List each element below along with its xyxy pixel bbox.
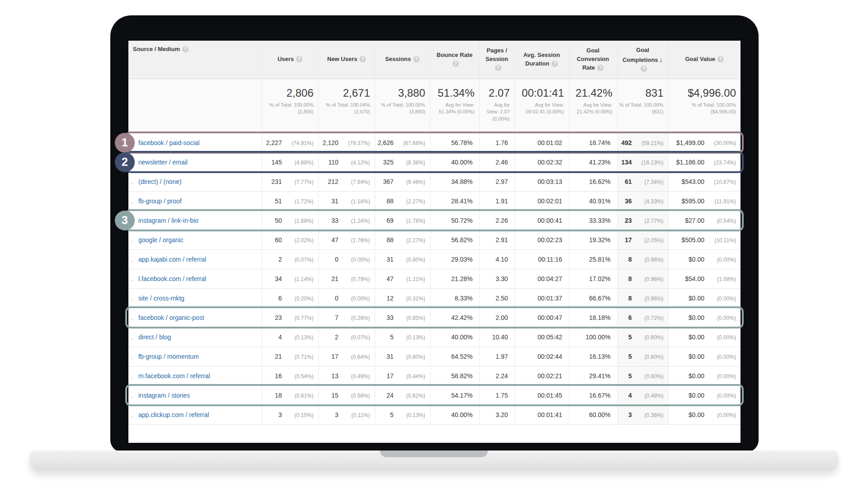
cell-content: 31(1.16%) — [319, 197, 370, 205]
cell-content: 5(0.13%) — [375, 411, 425, 418]
column-header-bounce-rate[interactable]: Bounce Rate? — [430, 41, 479, 79]
cell-percent: (0.07%) — [339, 334, 370, 341]
column-header-label: Goal Conversion Rate — [577, 47, 609, 71]
cell-percent: (0.54%) — [282, 373, 314, 380]
column-header-pages-session[interactable]: Pages / Session? — [479, 41, 514, 79]
totals-cell-sessions: 3,880% of Total: 100.00% (3,880) — [375, 79, 430, 133]
source-medium-cell: .m.facebook.com / referral — [128, 366, 262, 385]
cell-goal-completions: 134(16.13%) — [617, 152, 668, 172]
cell-goal-conversion-rate: 17.02% — [569, 269, 617, 288]
source-medium-link[interactable]: facebook / paid-social — [138, 139, 199, 146]
cell-content: 8(0.96%) — [618, 256, 664, 263]
source-medium-link[interactable]: instagram / link-in-bio — [138, 217, 198, 224]
cell-value: 145 — [271, 159, 282, 166]
cell-value: $0.00 — [689, 353, 704, 360]
cell-goal-conversion-rate: 60.00% — [569, 405, 617, 424]
cell-percent: (0.13%) — [394, 412, 425, 418]
cell-percent: (0.85%) — [394, 315, 425, 321]
cell-pages-session: 2.00 — [479, 308, 514, 327]
cell-sessions: 33(0.85%) — [375, 308, 430, 327]
source-medium-link[interactable]: instagram / stories — [138, 392, 190, 399]
cell-value: 13 — [331, 372, 339, 380]
totals-value: 21.42% — [571, 87, 613, 99]
cell-value: $543.00 — [681, 178, 704, 185]
cell-percent: (0.00%) — [704, 257, 736, 263]
cell-users: 3(0.10%) — [262, 405, 318, 424]
cell-value: $0.00 — [689, 411, 704, 418]
cell-users: 16(0.54%) — [262, 366, 318, 385]
source-medium-link[interactable]: m.facebook.com / referral — [138, 372, 210, 380]
cell-content: 492(59.21%) — [618, 139, 664, 146]
source-medium-link[interactable]: fb-group / momentum — [138, 353, 199, 360]
source-medium-cell: .direct / blog — [128, 327, 262, 347]
help-icon[interactable]: ? — [296, 56, 302, 62]
cell-goal-completions: 23(2.77%) — [617, 211, 668, 230]
cell-value: 31 — [387, 256, 394, 263]
table-row: .google / organic60(2.02%)47(1.76%)88(2.… — [128, 230, 741, 249]
cell-content: $0.00(0.00%) — [669, 295, 736, 302]
source-medium-link[interactable]: facebook / organic-post — [138, 314, 204, 321]
cell-content: 16(0.54%) — [262, 372, 314, 380]
cell-avg-session-duration: 00:00:41 — [514, 211, 569, 230]
cell-value: 17 — [331, 353, 339, 360]
cell-percent: (16.13%) — [632, 160, 664, 166]
cell-avg-session-duration: 00:03:13 — [514, 172, 569, 191]
help-icon[interactable]: ? — [182, 46, 189, 52]
help-icon[interactable]: ? — [495, 65, 501, 71]
column-header-goal-value[interactable]: Goal Value? — [668, 41, 741, 79]
column-header-new-users[interactable]: New Users? — [318, 41, 375, 79]
cell-percent: (0.00%) — [704, 334, 736, 341]
cell-new-users: 0(0.00%) — [318, 288, 375, 308]
cell-value: 15 — [331, 392, 339, 399]
cell-content: 3(0.10%) — [262, 411, 314, 418]
totals-subtext: % of Total: 100.00% (2,806) — [264, 102, 314, 116]
cell-content: 61(7.34%) — [618, 178, 664, 185]
table-row: .app.clickup.com / referral3(0.10%)3(0.1… — [128, 405, 741, 424]
source-medium-link[interactable]: google / organic — [138, 236, 184, 244]
totals-value: $4,996.00 — [670, 87, 736, 99]
cell-sessions: 31(0.80%) — [375, 347, 430, 366]
table-row: .m.facebook.com / referral16(0.54%)13(0.… — [128, 366, 741, 385]
source-medium-link[interactable]: app.clickup.com / referral — [138, 411, 209, 418]
column-header-source-medium[interactable]: Source / Medium? — [128, 41, 262, 79]
help-icon[interactable]: ? — [552, 61, 558, 67]
cell-value: 16 — [275, 372, 282, 380]
cell-goal-conversion-rate: 16.62% — [569, 172, 617, 191]
cell-content: $595.00(11.91%) — [669, 197, 736, 205]
source-medium-link[interactable]: newsletter / email — [138, 159, 188, 166]
column-header-goal-completions[interactable]: Goal Completions↓? — [617, 41, 668, 79]
source-medium-link[interactable]: direct / blog — [138, 333, 171, 341]
help-icon[interactable]: ? — [641, 66, 647, 72]
source-medium-link[interactable]: fb-group / proof — [138, 197, 182, 205]
column-header-goal-conversion-rate[interactable]: Goal Conversion Rate? — [569, 41, 617, 79]
cell-avg-session-duration: 00:02:23 — [514, 230, 569, 249]
cell-percent: (4.88%) — [282, 160, 314, 166]
cell-new-users: 0(0.00%) — [318, 249, 375, 269]
source-medium-cell: .facebook / organic-post — [128, 308, 262, 327]
cell-percent: (10.87%) — [704, 179, 736, 185]
table-row: .instagram / stories18(0.61%)15(0.56%)24… — [128, 385, 741, 405]
source-medium-link[interactable]: (direct) / (none) — [138, 178, 182, 185]
help-icon[interactable]: ? — [359, 56, 366, 62]
cell-content: 12(0.31%) — [375, 295, 425, 302]
cell-content: $0.00(0.00%) — [669, 314, 736, 321]
source-medium-link[interactable]: l.facebook.com / referral — [138, 275, 206, 282]
help-icon[interactable]: ? — [717, 56, 724, 62]
cell-value: $0.00 — [689, 256, 704, 263]
source-medium-link[interactable]: app.kajabi.com / referral — [138, 256, 206, 263]
cell-value: $0.00 — [689, 314, 704, 321]
column-header-users[interactable]: Users? — [262, 41, 318, 79]
cell-value: 23 — [625, 217, 632, 224]
cell-content: 145(4.88%) — [262, 159, 314, 166]
column-header-sessions[interactable]: Sessions? — [375, 41, 430, 79]
help-icon[interactable]: ? — [597, 65, 604, 71]
help-icon[interactable]: ? — [413, 56, 420, 62]
source-medium-link[interactable]: site / cross-mktg — [138, 295, 184, 302]
cell-percent: (1.68%) — [282, 218, 314, 224]
column-header-avg-session-duration[interactable]: Avg. Session Duration? — [514, 41, 569, 79]
cell-content: $0.00(0.00%) — [669, 392, 736, 399]
help-icon[interactable]: ? — [453, 61, 459, 67]
totals-source-cell — [128, 79, 262, 133]
cell-bounce-rate: 8.33% — [430, 288, 479, 308]
cell-new-users: 2,120(79.37%) — [318, 133, 375, 152]
